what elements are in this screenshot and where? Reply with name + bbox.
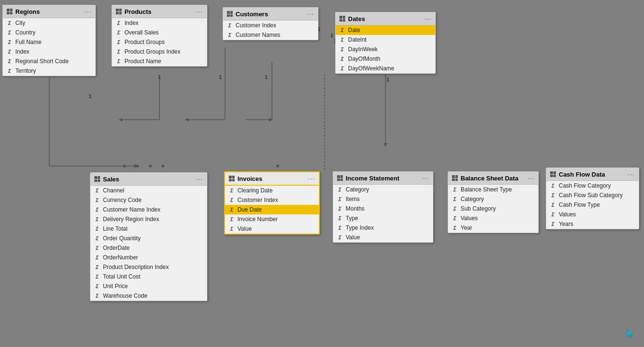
- field-icon: Σ: [337, 187, 343, 192]
- table-balance-header[interactable]: Balance Sheet Data ···: [448, 172, 538, 185]
- table-row[interactable]: Σ Balance Sheet Type: [448, 185, 538, 194]
- table-row[interactable]: Σ Category: [448, 194, 538, 204]
- field-icon: Σ: [339, 27, 345, 33]
- table-row[interactable]: Σ Customer Index: [223, 21, 318, 30]
- table-row[interactable]: Σ Date: [336, 25, 435, 35]
- field-icon: Σ: [94, 274, 100, 280]
- table-row[interactable]: Σ Order Quantity: [90, 234, 207, 243]
- table-row[interactable]: Σ Category: [333, 185, 433, 194]
- customers-menu[interactable]: ···: [307, 10, 314, 18]
- table-icon: [227, 11, 233, 17]
- table-row[interactable]: Σ Line Total: [90, 224, 207, 234]
- table-row[interactable]: Σ Clearing Date: [225, 186, 319, 195]
- table-row[interactable]: Σ Type: [333, 213, 433, 223]
- table-row[interactable]: Σ DayInWeek: [336, 45, 435, 54]
- table-row[interactable]: Σ Invoice Number: [225, 214, 319, 224]
- table-row[interactable]: Σ Value: [333, 233, 433, 242]
- table-products: Products ··· Σ Index Σ Overall Sales Σ P…: [112, 5, 207, 67]
- table-row[interactable]: Σ DayOfWeekName: [336, 64, 435, 73]
- products-menu[interactable]: ···: [196, 8, 203, 15]
- table-row[interactable]: Σ Values: [546, 210, 639, 219]
- field-icon: Σ: [337, 235, 343, 240]
- field-icon: Σ: [229, 188, 235, 193]
- table-icon: [339, 16, 345, 22]
- table-row[interactable]: Σ Warehouse Code: [90, 291, 207, 301]
- table-row[interactable]: Σ Customer Name Index: [90, 205, 207, 214]
- table-row[interactable]: Σ DateInt: [336, 35, 435, 45]
- invoices-menu[interactable]: ···: [308, 175, 315, 182]
- dates-menu[interactable]: ···: [424, 15, 431, 22]
- income-menu[interactable]: ···: [422, 174, 429, 182]
- table-invoices-header[interactable]: Invoices ···: [225, 172, 319, 186]
- table-regions-header[interactable]: Regions ···: [3, 5, 95, 18]
- table-customers-header[interactable]: Customers ···: [223, 8, 318, 21]
- table-income-header[interactable]: Income Statement ···: [333, 172, 433, 185]
- table-dates: Dates ··· Σ Date Σ DateInt Σ DayInWeek Σ…: [335, 12, 436, 74]
- table-row[interactable]: Σ City: [3, 18, 95, 28]
- table-row[interactable]: Σ Customer Index: [225, 195, 319, 205]
- table-row[interactable]: Σ Index: [3, 47, 95, 56]
- svg-point-25: [149, 165, 152, 168]
- table-row[interactable]: Σ Items: [333, 194, 433, 204]
- table-row[interactable]: Σ Unit Price: [90, 281, 207, 291]
- table-row[interactable]: Σ OrderDate: [90, 243, 207, 253]
- field-icon: Σ: [337, 196, 343, 202]
- svg-text:1: 1: [219, 74, 222, 80]
- table-row[interactable]: Σ Currency Code: [90, 195, 207, 205]
- table-row[interactable]: Σ Due Date: [225, 205, 319, 214]
- table-products-header[interactable]: Products ···: [112, 5, 207, 18]
- sales-menu[interactable]: ···: [196, 175, 203, 183]
- table-row[interactable]: Σ Months: [333, 204, 433, 213]
- regions-menu[interactable]: ···: [84, 8, 91, 15]
- table-row[interactable]: Σ Type Index: [333, 223, 433, 233]
- table-row[interactable]: Σ Index: [112, 18, 207, 28]
- field-icon: Σ: [116, 30, 122, 35]
- table-row[interactable]: Σ Sub Category: [448, 204, 538, 213]
- table-row[interactable]: Σ Cash Flow Category: [546, 181, 639, 190]
- field-icon: Σ: [452, 215, 458, 221]
- table-row[interactable]: Σ Channel: [90, 186, 207, 195]
- balance-menu[interactable]: ···: [527, 174, 534, 182]
- table-row[interactable]: Σ DayOfMonth: [336, 54, 435, 64]
- table-products-title: Products: [124, 8, 151, 15]
- field-icon: Σ: [229, 226, 235, 232]
- table-row[interactable]: Σ Value: [225, 224, 319, 234]
- table-dates-header[interactable]: Dates ···: [336, 12, 435, 25]
- table-row[interactable]: Σ Full Name: [3, 37, 95, 47]
- table-row[interactable]: Σ Product Groups Index: [112, 47, 207, 56]
- table-row[interactable]: Σ Year: [448, 223, 538, 233]
- table-icon: [452, 175, 458, 181]
- field-icon: Σ: [229, 216, 235, 222]
- svg-marker-2: [134, 164, 138, 168]
- table-sales-header[interactable]: Sales ···: [90, 173, 207, 186]
- table-row[interactable]: Σ Delivery Region Index: [90, 214, 207, 224]
- svg-point-23: [123, 165, 126, 168]
- field-icon: Σ: [339, 46, 345, 52]
- field-icon: Σ: [116, 49, 122, 55]
- table-row[interactable]: Σ Product Description Index: [90, 262, 207, 272]
- table-cashflow-header[interactable]: Cash Flow Data ···: [546, 168, 639, 181]
- table-row[interactable]: Σ Years: [546, 219, 639, 229]
- table-row[interactable]: Σ Product Name: [112, 56, 207, 66]
- table-row[interactable]: Σ Total Unit Cost: [90, 272, 207, 281]
- table-row[interactable]: Σ OrderNumber: [90, 253, 207, 262]
- field-icon: Σ: [337, 225, 343, 231]
- table-row[interactable]: Σ Country: [3, 28, 95, 37]
- field-icon: Σ: [94, 245, 100, 251]
- field-icon: Σ: [94, 293, 100, 299]
- table-row[interactable]: Σ Territory: [3, 66, 95, 76]
- cashflow-menu[interactable]: ···: [628, 170, 635, 178]
- svg-marker-28: [627, 329, 633, 338]
- table-row[interactable]: Σ Customer Names: [223, 30, 318, 40]
- svg-text:1: 1: [386, 77, 389, 82]
- table-row[interactable]: Σ Product Groups: [112, 37, 207, 47]
- table-row[interactable]: Σ Cash Flow Sub Category: [546, 190, 639, 200]
- table-row[interactable]: Σ Overall Sales: [112, 28, 207, 37]
- table-row[interactable]: Σ Cash Flow Type: [546, 200, 639, 210]
- field-icon: Σ: [339, 66, 345, 71]
- table-row[interactable]: Σ Regional Short Code: [3, 56, 95, 66]
- table-row[interactable]: Σ Values: [448, 213, 538, 223]
- table-sales: Sales ··· Σ Channel Σ Currency Code Σ Cu…: [90, 172, 207, 301]
- field-icon: Σ: [94, 197, 100, 203]
- table-icon: [337, 175, 343, 181]
